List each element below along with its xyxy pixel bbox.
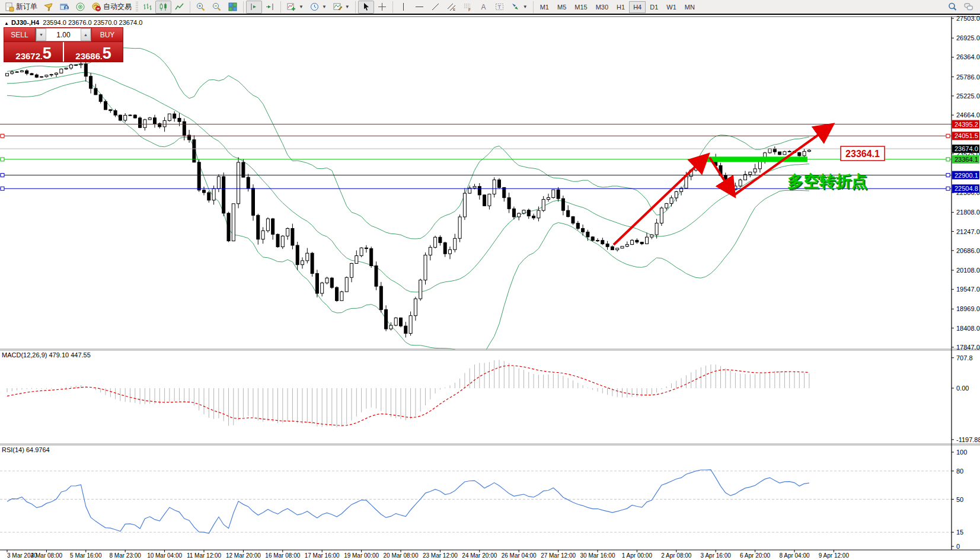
chart-title: ▲DJ30-,H4 23594.0 23676.0 23570.0 23674.… [4, 19, 142, 26]
chart-shift-button[interactable] [246, 1, 262, 14]
equidistant-channel-button[interactable]: E [443, 1, 459, 14]
volume-decrease-button[interactable]: ▼ [36, 28, 46, 41]
fibonacci-icon: F [462, 2, 473, 12]
auto-trading-button[interactable]: 自动交易 [88, 1, 135, 14]
tile-windows-icon [228, 2, 238, 12]
zoom-out-button[interactable] [209, 1, 225, 14]
tf-M1[interactable]: M1 [536, 1, 553, 13]
indicators-button[interactable]: ▼ [283, 1, 307, 14]
buy-button[interactable]: BUY [92, 28, 123, 41]
volume-input[interactable]: 1.00 [46, 28, 81, 41]
line-chart-button[interactable] [171, 1, 187, 14]
community-button[interactable] [72, 1, 88, 14]
one-click-collapse-icon[interactable]: ▲ [4, 21, 9, 26]
candlestick-chart-button[interactable] [155, 1, 171, 14]
templates-button[interactable]: ▼ [330, 1, 353, 14]
rsi-tick: 80 [956, 468, 963, 475]
sell-price-display[interactable]: 23672.5 [4, 42, 63, 62]
horizontal-line-icon [414, 2, 424, 12]
dropdown-arrow-icon: ▼ [322, 4, 327, 9]
new-order-button[interactable]: 新订单 [1, 1, 40, 14]
horizontal-line-button[interactable] [411, 1, 427, 14]
zoom-out-icon [212, 2, 222, 12]
chart-window[interactable]: 23364.1多空转折点多空转折点27503.026925.026364.025… [0, 16, 980, 560]
chart-symbol: DJ30-,H4 [11, 19, 39, 26]
auto-scroll-button[interactable] [262, 1, 278, 14]
trendline-button[interactable] [427, 1, 443, 14]
chat-button[interactable] [960, 1, 976, 14]
price-tick: 20686.0 [956, 247, 980, 254]
tf-MN[interactable]: MN [681, 1, 699, 13]
time-tick: 17 Mar 16:00 [305, 552, 340, 559]
svg-text:F: F [468, 8, 471, 12]
text-button[interactable]: A [475, 1, 491, 14]
time-tick: 23 Mar 12:00 [423, 552, 458, 559]
dropdown-arrow-icon: ▼ [299, 4, 304, 9]
community-icon [75, 2, 85, 12]
svg-text:23674.0: 23674.0 [955, 145, 978, 152]
tf-H1[interactable]: H1 [612, 1, 629, 13]
cursor-button[interactable] [358, 1, 374, 14]
price-tick: 20108.0 [956, 267, 980, 274]
price-tick: 21247.0 [956, 228, 980, 235]
svg-text:24051.5: 24051.5 [955, 132, 978, 139]
tf-M15[interactable]: M15 [570, 1, 591, 13]
trendline-icon [430, 2, 440, 12]
tf-H4[interactable]: H4 [629, 1, 646, 13]
tf-M5[interactable]: M5 [553, 1, 570, 13]
arrows-shapes-button[interactable]: ▼ [507, 1, 531, 14]
text-icon: A [478, 2, 489, 12]
auto-scroll-icon [265, 2, 275, 12]
bar-chart-button[interactable] [139, 1, 155, 14]
vertical-line-button[interactable] [395, 1, 411, 14]
vertical-line-icon [398, 2, 408, 12]
periods-button[interactable]: ▼ [307, 1, 330, 14]
bar-chart-icon [142, 2, 152, 12]
line-handle [1, 174, 4, 177]
metaeditor-button[interactable] [40, 1, 56, 14]
price-tick: 25786.0 [956, 73, 980, 81]
rsi-tick: 0 [956, 543, 960, 550]
price-tick: 24664.0 [956, 111, 980, 119]
equidistant-channel-icon: E [446, 2, 457, 12]
volume-spinner: ▼ 1.00 ▲ [36, 28, 91, 41]
macd-tick: 0.00 [956, 385, 969, 392]
price-tick: 17847.0 [956, 344, 980, 351]
macd-label: MACD(12,26,9) 479.10 447.55 [2, 351, 91, 359]
search-button[interactable] [944, 1, 960, 14]
line-handle [946, 187, 950, 190]
line-chart-icon [174, 2, 184, 12]
time-tick: 9 Apr 12:00 [819, 552, 850, 559]
tf-M30[interactable]: M30 [592, 1, 612, 13]
arrows-shapes-icon [510, 2, 521, 12]
tile-windows-button[interactable] [225, 1, 241, 14]
accounts-button[interactable] [56, 1, 72, 14]
time-tick: 10 Mar 04:00 [147, 552, 182, 559]
text-label-button[interactable]: T [491, 1, 507, 14]
sell-price-frac: 5 [43, 47, 52, 60]
volume-increase-button[interactable]: ▲ [81, 28, 91, 41]
rsi-label: RSI(14) 64.9764 [2, 446, 50, 453]
sell-button[interactable]: SELL [4, 28, 35, 41]
toolbar-separator [392, 1, 393, 13]
auto-trading-icon [91, 2, 101, 12]
crosshair-button[interactable] [374, 1, 390, 14]
tf-W1[interactable]: W1 [662, 1, 681, 13]
macd-pane [7, 360, 809, 427]
buy-price-display[interactable]: 23686.5 [64, 42, 123, 62]
svg-text:22504.8: 22504.8 [955, 185, 978, 192]
tf-D1[interactable]: D1 [646, 1, 662, 13]
zoom-in-button[interactable] [193, 1, 209, 14]
chart-canvas: 23364.1多空转折点多空转折点27503.026925.026364.025… [0, 16, 980, 560]
line-handle [1, 134, 4, 137]
rsi-tick: 100 [956, 449, 967, 456]
toolbar-separator [355, 1, 356, 13]
periods-icon [309, 2, 320, 12]
templates-icon [333, 2, 343, 12]
fibonacci-button[interactable]: F [459, 1, 475, 14]
macd-tick: 707.8 [956, 354, 973, 361]
search-icon [947, 2, 957, 12]
time-tick: 3 Apr 16:00 [701, 552, 732, 559]
price-tick: 19547.0 [956, 286, 980, 293]
buy-price-main: 23686 [75, 52, 100, 60]
